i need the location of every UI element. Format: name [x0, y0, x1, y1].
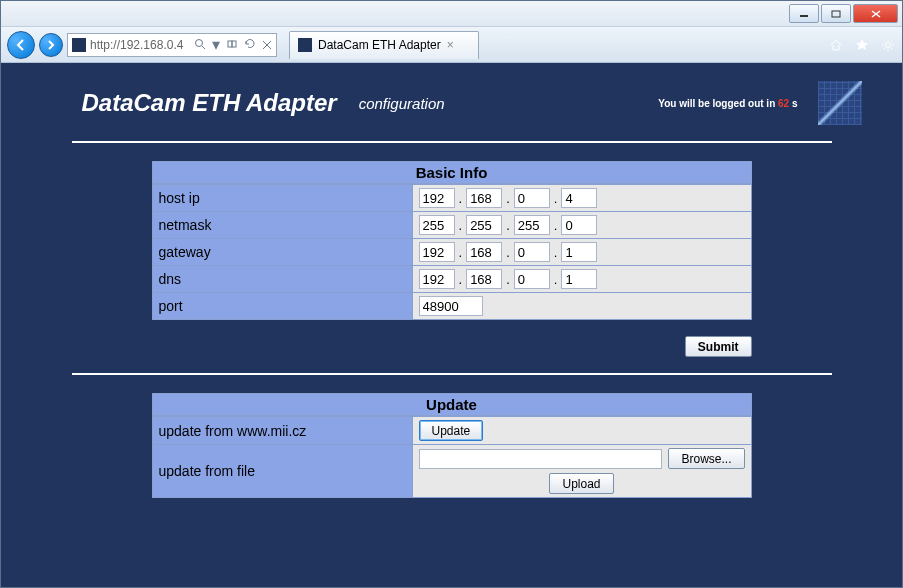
- dns-octet-3[interactable]: [514, 269, 550, 289]
- label-update-file: update from file: [153, 445, 413, 497]
- dns-octet-1[interactable]: [419, 269, 455, 289]
- gateway-octet-4[interactable]: [561, 242, 597, 262]
- update-title: Update: [153, 394, 751, 416]
- compat-icon[interactable]: [226, 36, 238, 54]
- port-input[interactable]: [419, 296, 483, 316]
- update-panel: Update update from www.mii.cz Update upd…: [152, 393, 752, 498]
- dropdown-icon[interactable]: ▾: [212, 35, 220, 54]
- page-title: DataCam ETH Adapter: [82, 89, 337, 117]
- gateway-octet-3[interactable]: [514, 242, 550, 262]
- home-icon[interactable]: [828, 37, 844, 53]
- logout-seconds: 62: [778, 98, 789, 109]
- svg-rect-3: [228, 41, 232, 47]
- row-gateway: gateway . . .: [153, 238, 751, 265]
- svg-rect-1: [832, 11, 840, 17]
- row-update-web: update from www.mii.cz Update: [153, 416, 751, 444]
- favorites-icon[interactable]: [854, 37, 870, 53]
- upload-button[interactable]: Upload: [549, 473, 613, 494]
- tab-title: DataCam ETH Adapter: [318, 38, 441, 52]
- divider: [72, 141, 832, 143]
- row-netmask: netmask . . .: [153, 211, 751, 238]
- gateway-octet-1[interactable]: [419, 242, 455, 262]
- browser-right-icons: [828, 37, 896, 53]
- gateway-octet-2[interactable]: [466, 242, 502, 262]
- site-favicon: [72, 38, 86, 52]
- maximize-button[interactable]: [821, 4, 851, 23]
- browser-window: http://192.168.0.4 ▾ DataCam: [0, 0, 903, 588]
- netmask-octet-3[interactable]: [514, 215, 550, 235]
- svg-rect-4: [232, 41, 236, 47]
- netmask-octet-4[interactable]: [561, 215, 597, 235]
- logout-suffix: s: [789, 98, 797, 109]
- tab-close-icon[interactable]: ×: [447, 38, 454, 52]
- submit-button[interactable]: Submit: [685, 336, 752, 357]
- host-ip-octet-1[interactable]: [419, 188, 455, 208]
- row-update-file: update from file Browse... Upload: [153, 444, 751, 497]
- svg-point-5: [886, 42, 891, 47]
- back-button[interactable]: [7, 31, 35, 59]
- host-ip-octet-4[interactable]: [561, 188, 597, 208]
- search-icon[interactable]: [194, 36, 206, 54]
- svg-rect-0: [800, 15, 808, 17]
- label-host-ip: host ip: [153, 185, 413, 211]
- netmask-octet-1[interactable]: [419, 215, 455, 235]
- label-gateway: gateway: [153, 239, 413, 265]
- label-update-web: update from www.mii.cz: [153, 417, 413, 444]
- label-port: port: [153, 293, 413, 319]
- netmask-octet-2[interactable]: [466, 215, 502, 235]
- host-ip-octet-2[interactable]: [466, 188, 502, 208]
- minimize-button[interactable]: [789, 4, 819, 23]
- browser-tab[interactable]: DataCam ETH Adapter ×: [289, 31, 479, 59]
- close-button[interactable]: [853, 4, 898, 23]
- row-dns: dns . . .: [153, 265, 751, 292]
- label-dns: dns: [153, 266, 413, 292]
- file-path-input[interactable]: [419, 449, 663, 469]
- dns-octet-4[interactable]: [561, 269, 597, 289]
- refresh-icon[interactable]: [244, 36, 256, 54]
- host-ip-octet-3[interactable]: [514, 188, 550, 208]
- svg-point-2: [196, 39, 203, 46]
- address-bar[interactable]: http://192.168.0.4 ▾: [67, 33, 277, 57]
- page-subtitle: configuration: [359, 95, 445, 112]
- url-text: http://192.168.0.4: [90, 38, 183, 52]
- stop-icon[interactable]: [262, 36, 272, 54]
- page-content: DataCam ETH Adapter configuration You wi…: [1, 63, 902, 587]
- forward-button[interactable]: [39, 33, 63, 57]
- logout-prefix: You will be logged out in: [658, 98, 778, 109]
- window-titlebar: [1, 1, 902, 27]
- dns-octet-2[interactable]: [466, 269, 502, 289]
- chart-icon: [818, 81, 862, 125]
- tab-favicon: [298, 38, 312, 52]
- divider-2: [72, 373, 832, 375]
- page-header: DataCam ETH Adapter configuration You wi…: [32, 81, 872, 141]
- settings-icon[interactable]: [880, 37, 896, 53]
- label-netmask: netmask: [153, 212, 413, 238]
- browse-button[interactable]: Browse...: [668, 448, 744, 469]
- logout-message: You will be logged out in 62 s: [658, 98, 797, 109]
- row-port: port: [153, 292, 751, 319]
- basic-info-title: Basic Info: [153, 162, 751, 184]
- tab-strip: DataCam ETH Adapter ×: [289, 31, 479, 59]
- row-host-ip: host ip . . .: [153, 184, 751, 211]
- browser-toolbar: http://192.168.0.4 ▾ DataCam: [1, 27, 902, 63]
- basic-info-panel: Basic Info host ip . . . netmask . .: [152, 161, 752, 320]
- update-button[interactable]: Update: [419, 420, 484, 441]
